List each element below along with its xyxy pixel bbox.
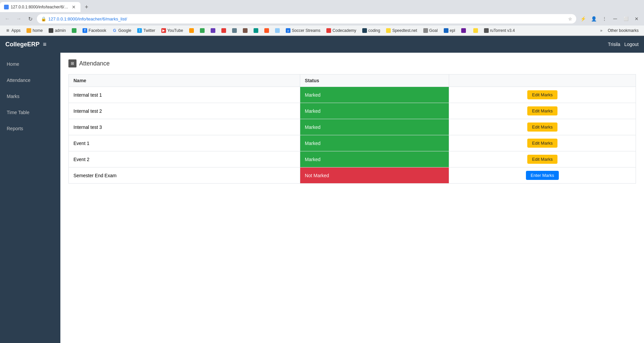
sidebar-reports-label: Reports xyxy=(7,126,23,131)
sidebar-home-label: Home xyxy=(7,61,19,67)
bookmark-misc1[interactable] xyxy=(197,28,207,34)
row-action-cell: Enter Marks xyxy=(449,167,636,184)
rutorrent-icon xyxy=(484,28,489,33)
bookmark-misc2[interactable] xyxy=(208,28,218,34)
row-name-cell: Internal test 2 xyxy=(69,103,300,119)
sidebar-item-attendance[interactable]: Attendance xyxy=(0,72,60,88)
bookmark-star-icon[interactable]: ☆ xyxy=(568,16,572,21)
bookmark-misc8[interactable] xyxy=(272,28,282,34)
bookmark-soccer-label: Codecademy xyxy=(332,28,356,33)
tab-title: 127.0.0.1:8000/info/teacher/6/m... xyxy=(11,5,69,9)
row-name-cell: Internal test 1 xyxy=(69,87,300,103)
browser-chrome: 127.0.0.1:8000/info/teacher/6/m... ✕ + ←… xyxy=(0,0,644,36)
bookmark-amazon[interactable] xyxy=(186,28,197,34)
bookmark-soccer[interactable]: Codecademy xyxy=(324,28,359,34)
active-tab[interactable]: 127.0.0.1:8000/info/teacher/6/m... ✕ xyxy=(0,2,80,12)
edit-marks-button[interactable]: Edit Marks xyxy=(527,122,557,132)
restore-button[interactable]: ⬜ xyxy=(621,14,631,23)
misc4-icon xyxy=(232,28,237,33)
row-status-cell: Marked xyxy=(300,119,449,135)
bookmark-codecademy[interactable]: coding xyxy=(360,28,383,34)
username-label: Trisila xyxy=(608,42,620,47)
tab-bar: 127.0.0.1:8000/info/teacher/6/m... ✕ + xyxy=(0,0,644,12)
address-bar[interactable]: 🔒 127.0.0.1:8000/info/teacher/6/marks_li… xyxy=(37,14,576,23)
row-name-cell: Internal test 3 xyxy=(69,119,300,135)
bookmark-google[interactable]: G Google xyxy=(110,28,134,34)
bookmarks-more-button[interactable]: » xyxy=(598,28,604,34)
bookmark-twitter-label: Twitter xyxy=(143,28,155,33)
bookmark-yashtel[interactable]: y Soccer Streams xyxy=(283,28,323,34)
sidebar-item-marks[interactable]: Marks xyxy=(0,88,60,104)
table-header-row: Name Status xyxy=(69,75,636,87)
sidebar-item-home[interactable]: Home xyxy=(0,56,60,72)
edit-marks-button[interactable]: Edit Marks xyxy=(527,139,557,148)
row-action-cell: Edit Marks xyxy=(449,103,636,119)
apps-icon: ⊞ xyxy=(5,28,10,33)
hamburger-button[interactable]: ≡ xyxy=(43,41,47,48)
epl-icon xyxy=(461,28,466,33)
bookmark-misc6[interactable] xyxy=(251,28,261,34)
minimize-button[interactable]: ─ xyxy=(610,14,620,23)
edit-marks-button[interactable]: Edit Marks xyxy=(527,155,557,164)
extensions-icon[interactable]: ⚡ xyxy=(578,14,588,23)
youtube-icon: ▶ xyxy=(161,28,166,33)
sidebar-timetable-label: Time Table xyxy=(7,110,30,115)
other-bookmarks-label: Other bookmarks xyxy=(608,28,639,33)
bookmark-home-label: home xyxy=(33,28,43,33)
bookmark-goal[interactable]: epl xyxy=(441,28,458,34)
row-status-cell: Not Marked xyxy=(300,167,449,184)
bookmark-rutorrent-label: ruTorrent v3.4 xyxy=(490,28,515,33)
edit-marks-button[interactable]: Edit Marks xyxy=(527,106,557,115)
bookmark-youtube[interactable]: ▶ YouTube xyxy=(159,28,186,34)
sidebar-item-timetable[interactable]: Time Table xyxy=(0,104,60,120)
bookmark-misc5[interactable] xyxy=(240,28,250,34)
bookmark-rutorrent[interactable]: ruTorrent v3.4 xyxy=(481,28,518,34)
bookmark-admin[interactable]: admin xyxy=(46,28,68,34)
bookmark-speedtest[interactable]: Goal xyxy=(421,28,440,34)
row-status-cell: Marked xyxy=(300,151,449,167)
tab-close-button[interactable]: ✕ xyxy=(71,4,76,10)
enter-marks-button[interactable]: Enter Marks xyxy=(526,171,559,180)
row-name-cell: Semester End Exam xyxy=(69,167,300,184)
navbar-right: Trisila Logout xyxy=(608,42,639,47)
bookmark-facebook[interactable]: f Facebook xyxy=(80,28,109,34)
bookmark-misc4[interactable] xyxy=(229,28,239,34)
bookmark-admin-label: admin xyxy=(55,28,66,33)
toolbar-icons: ⚡ 👤 ⋮ ─ ⬜ ✕ xyxy=(578,14,641,23)
new-tab-button[interactable]: + xyxy=(82,2,91,12)
sidebar-marks-label: Marks xyxy=(7,94,19,99)
other-bookmarks[interactable]: Other bookmarks xyxy=(605,28,641,34)
forward-button[interactable]: → xyxy=(14,14,23,23)
attendance-table-icon: ⊞ xyxy=(68,59,76,67)
bookmark-speedtest-label: Goal xyxy=(429,28,438,33)
facebook-icon: f xyxy=(83,28,87,33)
codecademy-icon xyxy=(362,28,367,33)
menu-icon[interactable]: ⋮ xyxy=(600,14,609,23)
bookmark-epl[interactable] xyxy=(459,28,470,34)
bookmark-misc7[interactable] xyxy=(262,28,272,34)
bookmark-apps[interactable]: ⊞ Apps xyxy=(3,28,23,34)
bookmark-img[interactable] xyxy=(69,28,79,34)
bookmark-twitter[interactable]: t Twitter xyxy=(135,28,158,34)
logout-link[interactable]: Logout xyxy=(624,42,639,47)
bookmark-yashtel-label: Soccer Streams xyxy=(292,28,320,33)
edit-marks-button[interactable]: Edit Marks xyxy=(527,90,557,99)
row-action-cell: Edit Marks xyxy=(449,119,636,135)
misc8-icon xyxy=(275,28,280,33)
bookmark-misc3[interactable] xyxy=(219,28,229,34)
close-button[interactable]: ✕ xyxy=(632,14,641,23)
profile-icon[interactable]: 👤 xyxy=(589,14,598,23)
security-lock-icon: 🔒 xyxy=(41,16,46,21)
admin-icon xyxy=(49,28,53,33)
amazon-icon xyxy=(189,28,194,33)
refresh-button[interactable]: ↻ xyxy=(25,14,35,23)
sidebar-item-reports[interactable]: Reports xyxy=(0,120,60,137)
bookmark-yellow[interactable] xyxy=(471,28,481,34)
bookmark-home[interactable]: home xyxy=(24,28,45,34)
bookmark-facebook-label: Facebook xyxy=(89,28,106,33)
bookmark-coding[interactable]: Speedtest.net xyxy=(383,28,420,34)
row-action-cell: Edit Marks xyxy=(449,135,636,151)
back-button[interactable]: ← xyxy=(3,14,12,23)
yashtel-icon: y xyxy=(286,28,290,33)
page-header: ⊞ Attendance xyxy=(68,59,636,67)
